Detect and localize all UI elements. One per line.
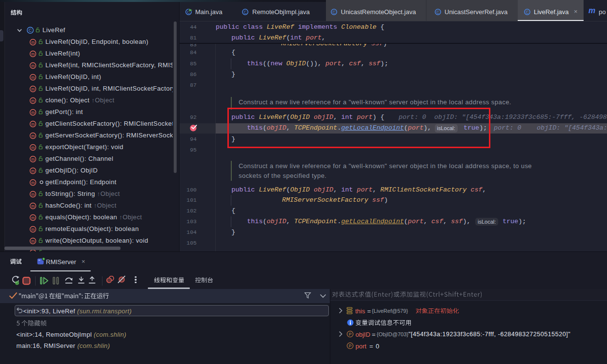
svg-text:C: C <box>243 10 246 15</box>
svg-text:m: m <box>31 86 34 91</box>
svg-text:m: m <box>31 180 34 185</box>
svg-text:m: m <box>31 168 34 173</box>
svg-text:m: m <box>31 75 34 79</box>
svg-text:P: P <box>349 331 352 336</box>
svg-text:C: C <box>526 10 528 15</box>
svg-text:C: C <box>29 27 32 33</box>
svg-text:m: m <box>31 238 34 243</box>
svg-text:m: m <box>31 110 34 115</box>
svg-text:m: m <box>31 145 34 150</box>
svg-text:m: m <box>31 215 34 220</box>
svg-text:C: C <box>332 10 335 15</box>
svg-text:P: P <box>349 343 352 348</box>
svg-text:m: m <box>31 63 34 68</box>
svg-text:m: m <box>31 192 34 196</box>
svg-text:m: m <box>31 133 34 138</box>
svg-text:m: m <box>31 203 34 208</box>
svg-text:m: m <box>31 98 34 103</box>
svg-text:m: m <box>31 51 34 56</box>
svg-text:m: m <box>31 227 34 231</box>
svg-text:m: m <box>31 121 34 126</box>
svg-text:m: m <box>31 156 34 161</box>
svg-text:m: m <box>31 39 34 44</box>
svg-text:C: C <box>436 10 439 15</box>
